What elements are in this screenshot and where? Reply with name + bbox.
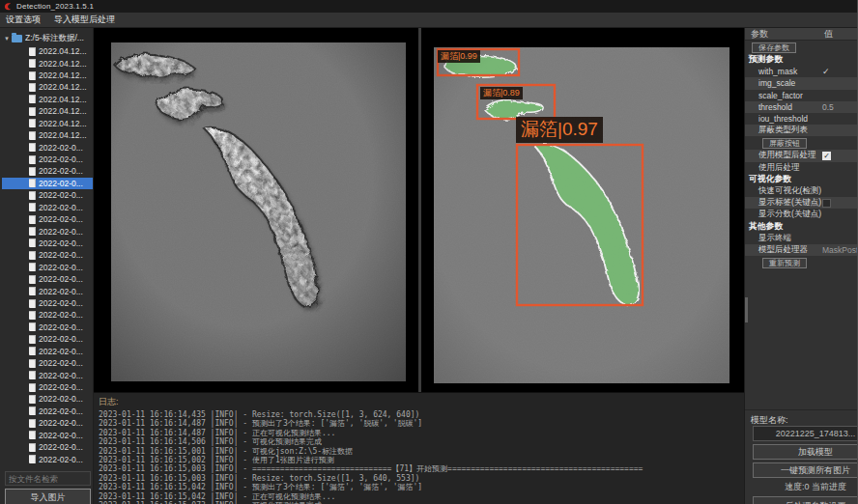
file-tree-item[interactable]: 2022-02-0... [2, 381, 94, 393]
file-tree-item[interactable]: 2022-02-0... [2, 393, 94, 405]
param-row-use-post[interactable]: 使用后处理 [745, 162, 858, 174]
file-name: 2022-02-0... [39, 371, 83, 380]
predict-all-button[interactable]: 一键预测所有图片 [753, 462, 858, 478]
file-tree-item[interactable]: 2022-02-0... [2, 262, 94, 273]
param-label: 显示终端 [758, 233, 791, 244]
file-tree-item[interactable]: 2022-02-0... [2, 369, 94, 380]
param-row-model-post-processor[interactable]: 模型后处理器 MaskPostProc [745, 244, 858, 256]
file-tree-item[interactable]: 2022.04.12... [2, 81, 94, 93]
file-name: 2022.04.12... [39, 95, 87, 104]
file-tree-item[interactable]: 2022-02-0... [2, 285, 94, 296]
file-tree-item[interactable]: 2022-02-0... [2, 309, 94, 321]
repredict-button[interactable]: 重新预测 [762, 258, 807, 268]
file-tree-item[interactable]: 2022-02-0... [2, 165, 94, 177]
file-icon [29, 311, 36, 320]
speed-progress-text: 速度:0 当前进度 [753, 481, 858, 493]
log-lines: 2023-01-11 16:16:14,435 |INFO| - Resize:… [94, 410, 744, 504]
file-tree-item[interactable]: 2022-02-0... [2, 141, 94, 153]
filename-search-input[interactable] [5, 471, 91, 486]
file-tree-item[interactable]: 2022-02-0... [2, 178, 94, 189]
file-name: 2022.04.12... [39, 106, 87, 116]
file-tree-item[interactable]: 2022.04.12... [2, 105, 94, 117]
file-tree-item[interactable]: 2022-02-0... [2, 201, 94, 212]
file-tree-item[interactable]: 2022-02-0... [2, 453, 94, 464]
app-icon [4, 2, 13, 11]
param-row-mask-type-list[interactable]: 屏蔽类型列表 [745, 125, 858, 136]
file-icon [29, 263, 36, 271]
param-row-img-scale[interactable]: img_scale [745, 77, 858, 89]
post-settings-button[interactable]: 后处理参数设置 [753, 496, 858, 504]
param-row-threshold[interactable]: threshold 0.5 [745, 101, 858, 113]
param-label: 显示分数(关键点) [758, 209, 821, 220]
file-tree-item[interactable]: 2022.04.12... [2, 129, 94, 141]
tree-root-folder[interactable]: ▾ Z:/5-标注数据/... [2, 32, 93, 45]
checkbox-checked-icon[interactable]: ✓ [822, 152, 831, 160]
file-tree-item[interactable]: 2022-02-0... [2, 154, 94, 165]
params-panel: 参数 值 保存参数 预测参数 with_mask ✓ img_scale sca… [744, 28, 858, 504]
file-tree-item[interactable]: 2022-02-0... [2, 346, 94, 357]
param-row-show-label[interactable]: 显示标签(关键点) [745, 197, 858, 209]
file-tree-item[interactable]: 2022-02-0... [2, 333, 94, 345]
file-name: 2022-02-0... [39, 455, 83, 464]
file-tree-item[interactable]: 2022-02-0... [2, 430, 94, 441]
source-image [111, 42, 406, 381]
file-icon [29, 335, 36, 344]
file-name: 2022-02-0... [39, 418, 83, 428]
file-tree-item[interactable]: 2022-02-0... [2, 213, 94, 225]
file-name: 2022-02-0... [39, 190, 83, 200]
file-tree-item[interactable]: 2022.04.12... [2, 118, 94, 129]
file-tree-item[interactable]: 2022-02-0... [2, 322, 94, 333]
checkbox-empty-icon[interactable] [822, 199, 831, 208]
param-row-show-terminal[interactable]: 显示终端 [745, 233, 858, 244]
file-icon [29, 143, 36, 152]
file-icon [29, 203, 36, 211]
file-icon [29, 179, 36, 187]
file-icon [29, 95, 36, 103]
file-tree-item[interactable]: 2022.04.12... [2, 70, 94, 81]
param-label: 屏蔽类型列表 [758, 125, 808, 136]
file-name: 2022-02-0... [39, 431, 83, 440]
file-tree-item[interactable]: 2022-02-0... [2, 297, 94, 309]
file-name: 2022-02-0... [39, 214, 83, 224]
param-row-scale-factor[interactable]: scale_factor [745, 90, 858, 101]
file-name: 2022-02-0... [39, 238, 83, 248]
import-images-button[interactable]: 导入图片 [5, 489, 91, 504]
file-name: 2022-02-0... [39, 394, 83, 404]
file-tree-item[interactable]: 2022-02-0... [2, 225, 94, 237]
file-tree-item[interactable]: 2022-02-0... [2, 273, 94, 285]
file-icon [29, 59, 36, 68]
source-image-canvas[interactable] [94, 28, 418, 392]
param-row-show-score[interactable]: 显示分数(关键点) [745, 209, 858, 220]
file-tree-item[interactable]: 2022.04.12... [2, 45, 94, 57]
mask-button[interactable]: 屏蔽按钮 [762, 138, 807, 149]
file-tree-item[interactable]: 2022-02-0... [2, 249, 94, 261]
title-bar: Detection_2023.1.5.1 [0, 0, 858, 13]
file-tree-item[interactable]: 2022-02-0... [2, 189, 94, 201]
param-row-iou-threshold[interactable]: iou_threshold [745, 113, 858, 125]
file-tree-item[interactable]: 2022-02-0... [2, 357, 94, 369]
param-row-fast-visual[interactable]: 快速可视化(检测) [745, 185, 858, 197]
file-tree-item[interactable]: 2022-02-0... [2, 417, 94, 429]
expander-icon[interactable]: ▾ [2, 35, 12, 42]
file-tree-item[interactable]: 2022.04.12... [2, 94, 94, 105]
log-line: 2023-01-11 16:16:15,001 |INFO| - 可视化json… [99, 447, 744, 456]
file-icon [29, 191, 36, 200]
model-name-field[interactable]: 20221225_174813... [753, 426, 858, 441]
param-row-with-mask[interactable]: with_mask ✓ [745, 66, 858, 77]
save-params-button[interactable]: 保存参数 [752, 42, 796, 53]
divider [745, 409, 858, 410]
file-tree-item[interactable]: 2022-02-0... [2, 406, 94, 417]
param-row-use-model-post[interactable]: 使用模型后处理 ✓ [745, 150, 858, 161]
load-model-button[interactable]: 加载模型 [753, 444, 858, 460]
log-line: 2023-01-11 16:16:14,487 |INFO| - 预测出了3个结… [99, 419, 744, 428]
prediction-image-canvas[interactable]: 漏箔|0.99 漏箔|0.89 漏箔|0.97 [421, 28, 744, 392]
menu-settings[interactable]: 设置选项 [6, 14, 41, 26]
params-scrollbar-thumb[interactable] [745, 297, 748, 322]
file-icon [29, 455, 36, 463]
file-tree-item[interactable]: 2022.04.12... [2, 57, 94, 69]
file-tree-item[interactable]: 2022-02-0... [2, 441, 94, 453]
file-tree-item[interactable]: 2022-02-0... [2, 238, 94, 249]
log-line: 2023-01-11 16:16:15,003 |INFO| - =======… [99, 464, 744, 473]
menu-import-model-post[interactable]: 导入模型后处理 [54, 14, 115, 26]
log-panel: 日志: 2023-01-11 16:16:14,435 |INFO| - Res… [94, 392, 744, 504]
